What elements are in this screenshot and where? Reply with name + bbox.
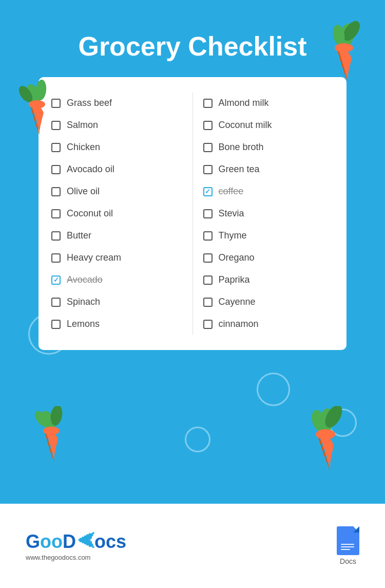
docs-icon-img [337,526,359,555]
item-label-cayenne: Cayenne [219,297,256,307]
list-item: Spinach [49,291,185,313]
list-item: Bone broth [201,137,337,158]
list-item: Olive oil [49,181,185,202]
footer: GooD⮞ocs www.thegoodocs.com Docs [0,504,385,588]
checkbox-olive-oil[interactable] [51,187,61,196]
item-label-chicken: Chicken [67,142,100,153]
checkbox-paprika[interactable] [203,275,213,285]
checkbox-oregano[interactable] [203,253,213,263]
list-item: Coconut milk [201,115,337,136]
left-column: Grass beefSalmonChickenAvocado oilOlive … [49,93,193,335]
docs-line-3 [341,549,350,550]
brand-arrow: ⮞ [76,531,94,553]
brand-oo: oo [40,531,63,552]
checkbox-heavy-cream[interactable] [51,253,61,263]
item-label-butter: Butter [67,230,91,241]
list-item: Heavy cream [49,247,185,268]
list-item: Avocado [49,269,185,290]
item-label-stevia: Stevia [219,208,244,219]
item-label-almond-milk: Almond milk [219,98,269,108]
item-label-bone-broth: Bone broth [219,142,264,153]
checkbox-avocado[interactable] [51,275,61,285]
docs-line-1 [341,544,354,545]
circle-deco-6 [185,427,210,452]
list-item: Salmon [49,115,185,136]
checkbox-stevia[interactable] [203,209,213,218]
item-label-paprika: Paprika [219,274,250,285]
list-item: Almond milk [201,93,337,114]
item-label-avocado-oil: Avocado oil [67,164,114,175]
list-item: coffee [201,181,337,202]
main-container: Grocery Checklist [0,0,385,504]
checklist-card: Grass beefSalmonChickenAvocado oilOlive … [38,77,346,350]
list-item: Grass beef [49,93,185,114]
right-column: Almond milkCoconut milkBone brothGreen t… [193,93,337,335]
carrot-bottom-left [31,406,77,463]
checkbox-butter[interactable] [51,231,61,241]
brand-ocs: ocs [94,531,126,552]
list-item: Cayenne [201,291,337,313]
list-item: Paprika [201,269,337,290]
checkbox-coconut-oil[interactable] [51,209,61,218]
checkbox-lemons[interactable] [51,320,61,329]
list-item: cinnamon [201,314,337,335]
item-label-grass-beef: Grass beef [67,98,112,108]
checkbox-coconut-milk[interactable] [203,121,213,130]
list-item: Lemons [49,314,185,335]
brand-url: www.thegoodocs.com [26,554,126,561]
checkbox-cayenne[interactable] [203,298,213,307]
item-label-cinnamon: cinnamon [219,319,259,329]
brand-d: D [63,531,76,552]
item-label-salmon: Salmon [67,120,98,131]
checkbox-green-tea[interactable] [203,165,213,174]
brand-g: G [26,531,40,552]
checkbox-coffee[interactable] [203,187,213,196]
checkbox-chicken[interactable] [51,143,61,152]
checkbox-spinach[interactable] [51,298,61,307]
checkbox-avocado-oil[interactable] [51,165,61,174]
item-label-coffee: coffee [219,186,244,197]
item-label-heavy-cream: Heavy cream [67,252,121,263]
checkbox-almond-milk[interactable] [203,99,213,108]
item-label-spinach: Spinach [67,297,100,307]
list-item: Green tea [201,159,337,180]
item-label-avocado: Avocado [67,274,103,285]
list-item: Butter [49,225,185,246]
svg-point-3 [29,100,45,108]
item-label-olive-oil: Olive oil [67,186,100,197]
list-item: Avocado oil [49,159,185,180]
list-item: Chicken [49,137,185,158]
page-title: Grocery Checklist [78,31,306,62]
brand-logo: GooD⮞ocs [26,531,126,553]
docs-lines [341,544,354,550]
item-label-lemons: Lemons [67,319,100,329]
circle-deco-4 [257,373,290,406]
carrot-top-left [15,80,62,136]
item-label-oregano: Oregano [219,252,255,263]
list-item: Stevia [201,203,337,224]
carrot-top-right [318,21,370,82]
checkbox-thyme[interactable] [203,231,213,241]
item-label-coconut-oil: Coconut oil [67,208,113,219]
docs-line-2 [341,546,354,547]
docs-icon: Docs [337,526,359,565]
carrot-bottom-right [298,406,354,473]
brand-section: GooD⮞ocs www.thegoodocs.com [26,531,126,561]
list-item: Thyme [201,225,337,246]
svg-point-15 [316,429,335,439]
item-label-green-tea: Green tea [219,164,260,175]
svg-point-11 [43,427,60,435]
checkbox-bone-broth[interactable] [203,143,213,152]
list-item: Coconut oil [49,203,185,224]
item-label-coconut-milk: Coconut milk [219,120,272,131]
checkbox-cinnamon[interactable] [203,320,213,329]
docs-label: Docs [340,557,356,565]
item-label-thyme: Thyme [219,230,247,241]
svg-point-7 [335,43,353,52]
list-item: Oregano [201,247,337,268]
